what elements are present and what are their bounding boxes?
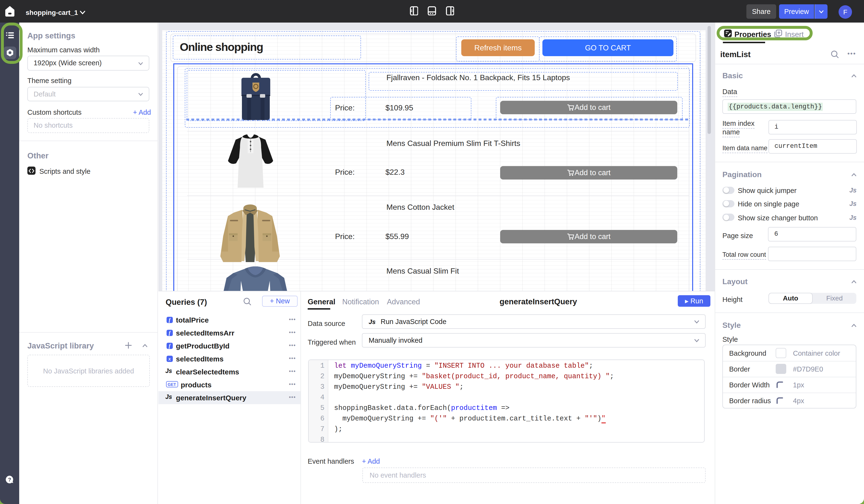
svg-text:?: ? bbox=[8, 477, 11, 482]
